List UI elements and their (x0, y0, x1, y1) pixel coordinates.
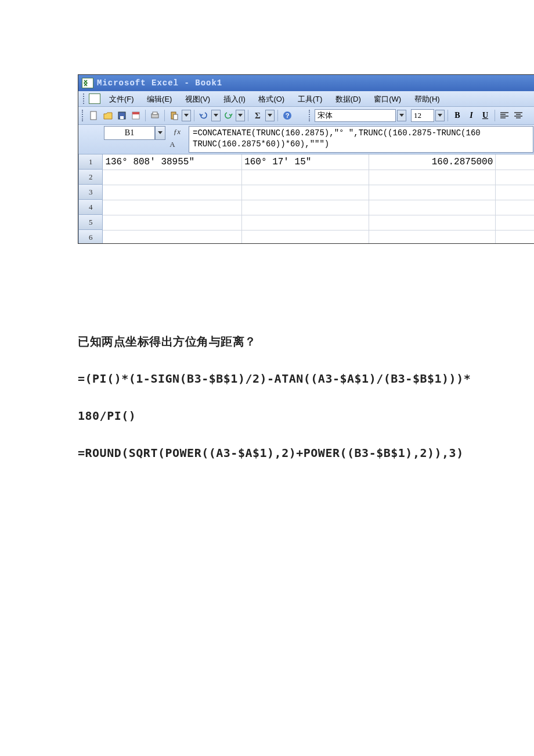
align-left-icon[interactable] (498, 109, 511, 122)
separator (277, 110, 278, 121)
row-header[interactable]: 5 (78, 215, 103, 230)
menu-file[interactable]: 文件(F) (104, 95, 139, 103)
permission-icon[interactable] (129, 109, 142, 122)
cell[interactable] (103, 185, 242, 200)
svg-rect-9 (174, 114, 178, 120)
formula-text-2: TRUNC(160.2875*60))*60),"″") (193, 139, 529, 150)
separator (145, 110, 146, 121)
doc-line-2: 180/PI() (78, 406, 484, 425)
undo-dropdown-icon[interactable] (211, 110, 221, 121)
cell[interactable] (496, 215, 534, 231)
separator (248, 110, 248, 121)
cell[interactable] (369, 170, 496, 185)
row-header[interactable]: 1 (78, 154, 103, 170)
window-title: Microsoft Excel - Book1 (97, 78, 222, 88)
cell[interactable] (496, 230, 534, 244)
font-dropdown-icon[interactable] (397, 110, 406, 121)
menu-format[interactable]: 格式(O) (253, 95, 290, 103)
doc-heading: 已知两点坐标得出方位角与距离？ (78, 332, 484, 351)
row-header[interactable]: 4 (78, 200, 103, 215)
cell[interactable] (496, 170, 534, 185)
cell[interactable] (242, 230, 369, 244)
doc-line-3: =ROUND(SQRT(POWER((A3-$A$1),2)+POWER((B3… (78, 444, 484, 462)
autosum-dropdown-icon[interactable] (265, 110, 275, 121)
save-icon[interactable] (116, 109, 128, 122)
svg-rect-3 (120, 116, 124, 119)
app-icon (89, 93, 100, 104)
row-header[interactable]: 6 (78, 230, 103, 244)
autosum-icon[interactable]: Σ (251, 109, 264, 122)
fontsize-dropdown-icon[interactable] (435, 110, 445, 121)
menu-view[interactable]: 视图(V) (180, 95, 215, 103)
namebox-dropdown-icon[interactable] (155, 126, 165, 140)
menu-tools[interactable]: 工具(T) (293, 95, 328, 103)
cell[interactable] (242, 215, 369, 231)
underline-icon[interactable]: U (479, 109, 492, 122)
redo-icon[interactable] (222, 109, 234, 122)
align-center-icon[interactable] (512, 109, 525, 122)
cell[interactable] (369, 215, 496, 231)
separator (194, 110, 194, 121)
font-size-box[interactable]: 12 (411, 109, 434, 122)
separator (164, 110, 165, 121)
separator (495, 110, 495, 121)
cell[interactable] (496, 185, 534, 200)
menu-bar: 文件(F) 编辑(E) 视图(V) 插入(I) 格式(O) 工具(T) 数据(D… (78, 91, 534, 107)
help-icon[interactable]: ? (281, 109, 294, 122)
paste-icon[interactable] (168, 109, 181, 122)
svg-text:?: ? (286, 112, 290, 119)
italic-icon[interactable]: I (465, 109, 478, 122)
bold-icon[interactable]: B (451, 109, 464, 122)
svg-rect-5 (132, 112, 139, 114)
svg-rect-7 (153, 112, 157, 114)
grip-icon (82, 110, 85, 121)
font-name-box[interactable]: 宋体 (315, 109, 396, 122)
new-icon[interactable] (88, 109, 100, 122)
menu-data[interactable]: 数据(D) (330, 95, 366, 103)
cell-C1[interactable]: 160.2875000 (369, 154, 496, 170)
svg-rect-1 (91, 111, 96, 120)
cell[interactable] (103, 170, 242, 185)
cell[interactable] (103, 230, 242, 244)
column-header-A[interactable]: A (103, 140, 242, 149)
formula-text-1: =CONCATENATE(TRUNC(160.2875),"° ",TRUNC(… (193, 128, 529, 139)
menu-insert[interactable]: 插入(I) (218, 95, 251, 103)
grip-icon (83, 93, 86, 104)
separator (448, 110, 448, 121)
excel-screenshot: Microsoft Excel - Book1 文件(F) 编辑(E) 视图(V… (78, 74, 534, 244)
cell[interactable] (242, 185, 369, 200)
toolbar: Σ ? 宋体 12 B I U (78, 107, 534, 125)
cell[interactable] (242, 170, 369, 185)
cell[interactable] (369, 185, 496, 200)
cell[interactable] (369, 230, 496, 244)
cell[interactable] (242, 200, 369, 215)
row-header[interactable]: 2 (78, 170, 103, 185)
spreadsheet-grid: A 1 136° 808′ 38955″ 160° 17′ 15″ 160.28… (78, 154, 534, 244)
menu-window[interactable]: 窗口(W) (369, 95, 406, 103)
cell[interactable] (103, 200, 242, 215)
cell[interactable] (496, 200, 534, 215)
cell[interactable] (103, 215, 242, 231)
cell[interactable] (369, 200, 496, 215)
menu-edit[interactable]: 编辑(E) (142, 95, 177, 103)
cell-D1[interactable] (496, 154, 534, 170)
paste-dropdown-icon[interactable] (182, 110, 191, 121)
grip-icon (309, 110, 312, 121)
fx-icon[interactable]: ƒx (165, 125, 189, 154)
cell-A1[interactable]: 136° 808′ 38955″ (103, 154, 242, 170)
open-icon[interactable] (102, 109, 114, 122)
name-box[interactable]: B1 (104, 126, 155, 140)
doc-line-1: =(PI()*(1-SIGN(B3-$B$1)/2)-ATAN((A3-$A$1… (78, 369, 484, 388)
undo-icon[interactable] (197, 109, 210, 122)
menu-help[interactable]: 帮助(H) (409, 95, 445, 103)
document-text: 已知两点坐标得出方位角与距离？ =(PI()*(1-SIGN(B3-$B$1)/… (78, 332, 484, 481)
cell-B1[interactable]: 160° 17′ 15″ (242, 154, 369, 170)
title-bar: Microsoft Excel - Book1 (78, 75, 534, 91)
print-icon[interactable] (149, 109, 161, 122)
row-header[interactable]: 3 (78, 185, 103, 200)
redo-dropdown-icon[interactable] (236, 110, 245, 121)
excel-icon (82, 78, 93, 88)
